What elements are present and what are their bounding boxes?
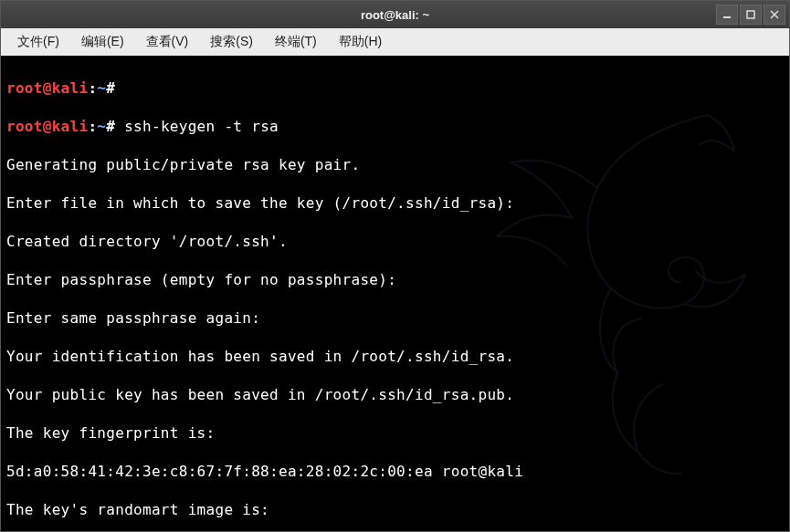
prompt-user: root <box>6 79 43 97</box>
prompt-colon: : <box>88 79 97 97</box>
minimize-button[interactable] <box>716 5 738 25</box>
menu-search[interactable]: 搜索(S) <box>201 30 262 54</box>
svg-rect-1 <box>747 11 754 18</box>
output-line: Enter same passphrase again: <box>6 308 784 328</box>
output-line: Enter passphrase (empty for no passphras… <box>6 270 784 289</box>
output-line: 5d:a0:58:41:42:3e:c8:67:7f:88:ea:28:02:2… <box>6 462 784 481</box>
output-line: Your identification has been saved in /r… <box>6 347 784 366</box>
menubar: 文件(F) 编辑(E) 查看(V) 搜索(S) 终端(T) 帮助(H) <box>1 28 789 56</box>
command-text: ssh-keygen -t rsa <box>115 118 279 135</box>
close-button[interactable] <box>764 5 785 25</box>
prompt-path: ~ <box>97 79 106 97</box>
prompt-line: root@kali:~# <box>6 78 784 98</box>
minimize-icon <box>722 10 732 19</box>
terminal-window: root@kali: ~ 文件(F) 编辑(E) 查看(V) 搜索(S) 终端(… <box>0 0 790 532</box>
prompt-host: kali <box>52 79 89 97</box>
command-line: root@kali:~# ssh-keygen -t rsa <box>6 117 784 136</box>
menu-file[interactable]: 文件(F) <box>8 30 68 54</box>
close-icon <box>770 10 779 19</box>
output-line: Enter file in which to save the key (/ro… <box>6 193 784 213</box>
prompt-hash: # <box>106 79 115 97</box>
menu-terminal[interactable]: 终端(T) <box>266 30 326 54</box>
output-line: Generating public/private rsa key pair. <box>6 155 784 174</box>
output-line: Created directory '/root/.ssh'. <box>6 232 784 251</box>
output-line: The key's randomart image is: <box>6 500 784 519</box>
svg-rect-0 <box>723 16 731 18</box>
output-line: Your public key has been saved in /root/… <box>6 385 784 404</box>
titlebar[interactable]: root@kali: ~ <box>1 1 789 28</box>
prompt-at: @ <box>43 79 52 97</box>
menu-view[interactable]: 查看(V) <box>137 30 198 54</box>
menu-help[interactable]: 帮助(H) <box>330 30 391 54</box>
maximize-button[interactable] <box>740 5 762 25</box>
terminal-content: root@kali:~# root@kali:~# ssh-keygen -t … <box>1 56 789 531</box>
output-line: The key fingerprint is: <box>6 423 784 443</box>
menu-edit[interactable]: 编辑(E) <box>72 30 133 54</box>
terminal-area[interactable]: root@kali:~# root@kali:~# ssh-keygen -t … <box>1 56 789 531</box>
maximize-icon <box>746 10 755 19</box>
window-title: root@kali: ~ <box>361 8 429 22</box>
window-controls <box>716 5 785 25</box>
